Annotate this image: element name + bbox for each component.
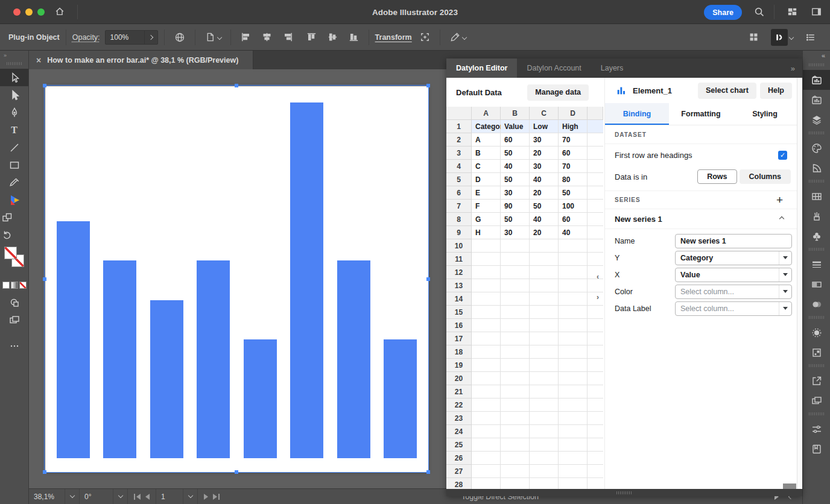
dropdown-caret-icon[interactable] (779, 302, 791, 315)
cell-C11[interactable] (530, 253, 559, 266)
cell-C15[interactable] (530, 306, 559, 319)
layers-panel-icon[interactable] (803, 110, 830, 130)
first-row-headings-checkbox[interactable]: ✓ (778, 151, 787, 160)
gradient-panel-icon[interactable] (803, 274, 830, 294)
transparency-panel-icon[interactable] (803, 294, 830, 314)
more-tools[interactable] (0, 337, 28, 354)
opacity-value[interactable]: 100% (106, 33, 144, 42)
properties-scrollbar[interactable] (797, 78, 802, 489)
cell-stub[interactable] (588, 133, 603, 146)
cell-stub[interactable] (588, 452, 603, 465)
cell-C19[interactable] (530, 359, 559, 372)
screen-mode-control[interactable] (0, 311, 28, 329)
cell-C9[interactable]: 20 (530, 226, 559, 239)
row-number-25[interactable]: 25 (446, 438, 472, 452)
cell-C17[interactable] (530, 332, 559, 345)
dropdown-caret-icon[interactable] (779, 285, 791, 298)
field-name-input[interactable]: New series 1 (675, 234, 792, 248)
cell-D12[interactable] (559, 266, 588, 279)
selection-handle[interactable] (235, 470, 238, 474)
cell-B28[interactable] (501, 478, 530, 489)
artboards-panel-icon[interactable] (803, 391, 830, 411)
cell-D26[interactable] (559, 452, 588, 465)
rectangle-tool[interactable] (0, 156, 28, 174)
cell-D24[interactable] (559, 425, 588, 438)
cell-C24[interactable] (530, 425, 559, 438)
cell-B1[interactable]: Value (501, 120, 530, 133)
tab-styling[interactable]: Styling (733, 103, 797, 125)
cell-stub[interactable] (588, 465, 603, 478)
dock-drag-handle[interactable] (809, 364, 825, 367)
cell-B22[interactable] (501, 398, 530, 412)
cell-B20[interactable] (501, 372, 530, 385)
cell-C13[interactable] (530, 279, 559, 292)
artboard-dropdown-icon[interactable] (183, 489, 198, 504)
cell-A14[interactable] (472, 292, 501, 306)
row-number-4[interactable]: 4 (446, 160, 472, 173)
cell-D21[interactable] (559, 385, 588, 398)
dropdown-caret-icon[interactable] (779, 268, 791, 282)
cell-D22[interactable] (559, 398, 588, 412)
field-color-select[interactable]: Select column... (675, 285, 792, 299)
row-number-13[interactable]: 13 (446, 279, 472, 292)
selection-handle[interactable] (426, 470, 430, 474)
graphic-styles-panel-icon[interactable] (803, 342, 830, 362)
swatches-panel-icon[interactable] (803, 186, 830, 206)
rotation-value[interactable]: 0° (80, 489, 113, 504)
cell-D7[interactable]: 100 (559, 200, 588, 213)
color-mode-strip[interactable] (0, 276, 28, 294)
selection-handle[interactable] (426, 84, 430, 87)
chart-bar-A[interactable] (57, 221, 90, 458)
dropdown-caret-icon[interactable] (779, 251, 791, 265)
cell-stub[interactable] (588, 398, 603, 412)
dock-drag-handle[interactable] (809, 131, 825, 134)
previous-artboard-icon[interactable] (145, 494, 150, 500)
dock-drag-handle[interactable] (809, 412, 825, 415)
appearance-panel-icon[interactable] (803, 323, 830, 342)
cell-stub[interactable] (588, 279, 603, 292)
eyedropper-tool[interactable] (0, 174, 28, 191)
cell-D25[interactable] (559, 438, 588, 452)
document-setup-icon[interactable] (204, 31, 221, 43)
cell-A10[interactable] (472, 239, 501, 253)
datylon-workspace-icon[interactable] (771, 29, 793, 46)
selection-handle[interactable] (426, 277, 430, 281)
row-number-3[interactable]: 3 (446, 146, 472, 160)
column-header-D[interactable]: D (559, 107, 588, 120)
toolbar-expand-icon[interactable]: » (0, 51, 28, 60)
shaper-tool-icon[interactable] (449, 31, 466, 43)
brushes-panel-icon[interactable] (803, 206, 830, 226)
rows-button[interactable]: Rows (697, 169, 737, 184)
cell-B18[interactable] (501, 345, 530, 359)
align-top-icon[interactable] (306, 31, 317, 43)
column-header-C[interactable]: C (530, 107, 559, 120)
cell-B23[interactable] (501, 412, 530, 425)
cell-stub[interactable] (588, 359, 603, 372)
tab-binding[interactable]: Binding (605, 103, 669, 125)
cell-A28[interactable] (472, 478, 501, 489)
row-number-26[interactable]: 26 (446, 452, 472, 465)
cell-A6[interactable]: E (472, 186, 501, 200)
color-guide-panel-icon[interactable] (803, 158, 830, 178)
line-segment-tool[interactable] (0, 139, 28, 156)
zoom-dropdown-icon[interactable] (65, 489, 80, 504)
row-number-11[interactable]: 11 (446, 253, 472, 266)
cell-C10[interactable] (530, 239, 559, 253)
type-tool[interactable]: T (0, 121, 28, 139)
cell-stub[interactable] (588, 438, 603, 452)
cell-C12[interactable] (530, 266, 559, 279)
cell-B4[interactable]: 40 (501, 160, 530, 173)
cell-B6[interactable]: 30 (501, 186, 530, 200)
document-tab[interactable]: × How to make an error bar.ai* @ 38,1 % … (29, 51, 253, 69)
cell-D16[interactable] (559, 319, 588, 332)
cell-stub[interactable] (588, 425, 603, 438)
cell-B16[interactable] (501, 319, 530, 332)
cell-B14[interactable] (501, 292, 530, 306)
cell-D11[interactable] (559, 253, 588, 266)
row-number-23[interactable]: 23 (446, 412, 472, 425)
cell-A8[interactable]: G (472, 213, 501, 226)
cell-stub[interactable] (588, 239, 603, 253)
sheet-corner[interactable] (446, 107, 472, 120)
column-header-A[interactable]: A (472, 107, 501, 120)
row-number-16[interactable]: 16 (446, 319, 472, 332)
